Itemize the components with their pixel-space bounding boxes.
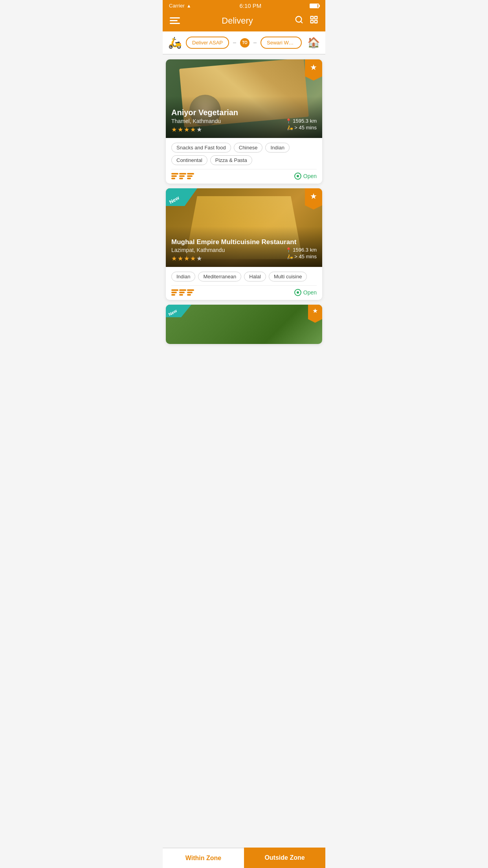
star2-3: ★ [184,255,189,262]
new-badge-label: New [168,195,180,205]
time-1: 🛵 > 45 mins [286,125,317,131]
favorite-badge-2[interactable]: ★ [305,188,322,210]
card-footer-1: Open [171,169,317,180]
favorite-star-icon-2: ★ [310,191,317,201]
status-left: Carrier ▲ [169,3,191,9]
favorite-badge-1[interactable]: ★ [305,59,322,81]
scooter-mini-2: 🛵 [287,254,293,259]
card-bottom-1: Snacks and Fast food Chinese Indian Cont… [166,138,322,184]
cuisine-tag-chinese[interactable]: Chinese [234,143,263,153]
hamburger-line-2 [170,20,178,21]
price-indicator-1 [171,173,194,179]
status-right [310,4,319,8]
stars-row-1: ★ ★ ★ ★ ★ [171,126,221,133]
location-row-2: Lazimpat, Kathmandu ★ ★ ★ ★ ★ 📍 1596.3 k… [171,247,317,262]
cuisine-tag-snacks[interactable]: Snacks and Fast food [171,143,231,153]
favorite-star-icon-3: ★ [312,307,318,314]
deliver-asap-button[interactable]: Deliver ASAP [186,37,229,49]
scooter-icon: 🛵 [168,36,182,49]
svg-rect-4 [315,20,317,23]
price-stack-2-3 [187,289,194,296]
card-info-overlay-1: Aniyor Vegetarian Thamel, Kathmandu ★ ★ … [166,96,322,138]
to-line-left [233,42,236,43]
price-stack-2 [179,173,186,179]
status-time: 6:10 PM [239,2,261,9]
svg-rect-2 [311,17,313,19]
star2-4: ★ [190,255,196,262]
to-line-right [253,42,257,43]
scooter-mini-1: 🛵 [287,125,293,131]
cuisine-tags-1: Snacks and Fast food Chinese Indian Cont… [171,143,317,165]
star-5: ★ [196,126,202,133]
hamburger-line-3 [170,23,180,24]
battery-icon [310,4,319,8]
to-badge: TO [240,38,250,48]
price-stack-2-2 [179,289,186,296]
favorite-badge-3[interactable]: ★ [308,305,322,323]
svg-rect-3 [315,17,317,19]
open-label-1: Open [303,173,317,179]
search-icon[interactable] [295,15,303,26]
stars-row-2: ★ ★ ★ ★ ★ [171,255,225,262]
restaurant-card-1[interactable]: ★ Aniyor Vegetarian Thamel, Kathmandu ★ … [166,59,322,184]
delivery-bar: 🛵 Deliver ASAP TO Sewari Wadala Roa... 🏠 [163,31,325,55]
pin-icon-2: 📍 [286,247,292,253]
favorite-star-icon: ★ [310,63,317,72]
restaurant-meta-2: 📍 1596.3 km 🛵 > 45 mins [286,247,317,259]
cuisine-tag-pizza[interactable]: Pizza & Pasta [210,155,252,165]
price-stack-1 [171,173,178,179]
star-3: ★ [184,126,189,133]
distance-1: 📍 1595.3 km [286,118,317,124]
open-circle-icon-2 [294,289,301,296]
star-2: ★ [178,126,183,133]
restaurant-image-1: ★ Aniyor Vegetarian Thamel, Kathmandu ★ … [166,59,322,138]
page-title: Delivery [222,16,253,26]
wifi-icon: ▲ [187,3,191,9]
open-label-2: Open [303,289,317,296]
cuisine-tags-2: Indian Mediterranean Halal Multi cuisine [171,272,317,281]
header-icons [295,15,318,26]
restaurant-image-2: New ★ Mughal Empire Multicuisine Restaur… [166,188,322,267]
restaurant-meta-1: 📍 1595.3 km 🛵 > 45 mins [286,118,317,131]
address-button[interactable]: Sewari Wadala Roa... [261,37,302,49]
cuisine-tag2-halal[interactable]: Halal [244,272,266,281]
open-circle-icon-1 [294,173,301,180]
star2-5: ★ [196,255,202,262]
open-status-2: Open [294,289,317,296]
star-1: ★ [171,126,177,133]
distance-2: 📍 1596.3 km [286,247,317,253]
restaurant-card-3[interactable]: New ★ [166,305,322,344]
header: Delivery [163,11,325,31]
restaurant-card-2[interactable]: New ★ Mughal Empire Multicuisine Restaur… [166,188,322,300]
hamburger-line-1 [170,17,180,18]
new-badge-label-3: New [168,308,178,317]
price-stack-2-1 [171,289,178,296]
restaurant-name-2: Mughal Empire Multicuisine Restaurant [171,238,317,246]
svg-rect-5 [311,20,313,23]
cuisine-tag2-mediterranean[interactable]: Mediterranean [198,272,241,281]
pin-icon-1: 📍 [286,118,292,124]
card-footer-2: Open [171,285,317,296]
filter-icon[interactable] [310,15,318,26]
cuisine-tag2-indian[interactable]: Indian [171,272,195,281]
cuisine-tag-indian[interactable]: Indian [265,143,289,153]
location-row-1: Thamel, Kathmandu ★ ★ ★ ★ ★ 📍 1595.3 km [171,118,317,133]
hamburger-menu[interactable] [170,17,180,24]
card-bottom-2: Indian Mediterranean Halal Multi cuisine [166,267,322,300]
status-bar: Carrier ▲ 6:10 PM [163,0,325,11]
price-stack-3 [187,173,194,179]
restaurant-name-1: Aniyor Vegetarian [171,108,317,117]
price-indicator-2 [171,289,194,296]
card-info-overlay-2: Mughal Empire Multicuisine Restaurant La… [166,226,322,267]
open-status-1: Open [294,173,317,180]
star2-2: ★ [178,255,183,262]
cuisine-tag-continental[interactable]: Continental [171,155,207,165]
third-card-image: New ★ [166,305,322,344]
time-2: 🛵 > 45 mins [286,254,317,259]
star2-1: ★ [171,255,177,262]
star-4: ★ [190,126,196,133]
restaurant-location-2: Lazimpat, Kathmandu [171,247,225,253]
carrier-label: Carrier [169,3,185,9]
cuisine-tag2-multi[interactable]: Multi cuisine [269,272,307,281]
home-icon[interactable]: 🏠 [307,37,320,49]
